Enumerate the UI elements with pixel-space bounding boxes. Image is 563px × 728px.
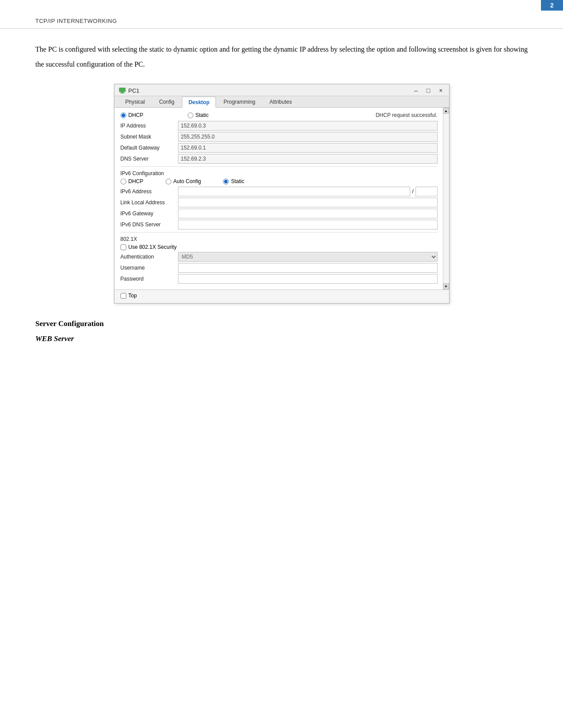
maximize-button[interactable]: □ [425, 87, 432, 94]
username-input[interactable] [178, 263, 438, 273]
dhcp-radio-label[interactable]: DHCP [121, 112, 144, 118]
default-gateway-label: Default Gateway [121, 145, 178, 151]
ipv6-static-label: Static [231, 178, 244, 184]
ipv6-dns-input[interactable] [178, 220, 438, 229]
ipv6-gateway-label: IPv6 Gateway [121, 210, 178, 217]
window-tabs: Physical Config Desktop Programming Attr… [114, 96, 449, 108]
use-802-label[interactable]: Use 802.1X Security [121, 244, 438, 250]
ipv6-config-header: IPv6 Configuration [121, 170, 438, 176]
page-number: 2 [541, 0, 563, 11]
ipv6-auto-label: Auto Config [174, 178, 201, 184]
use-802-text: Use 802.1X Security [128, 244, 177, 250]
tab-attributes[interactable]: Attributes [263, 96, 299, 107]
ipv6-static-radio[interactable] [223, 179, 229, 184]
link-local-input[interactable] [178, 198, 438, 207]
scroll-track [443, 114, 449, 283]
window-footer: Top [114, 289, 449, 303]
close-button[interactable]: × [437, 87, 444, 94]
ipv6-slash: / [412, 188, 413, 195]
dhcp-radio[interactable] [121, 113, 126, 118]
scroll-down-button[interactable]: ▼ [443, 283, 449, 289]
ipv6-gateway-input[interactable] [178, 209, 438, 218]
dhcp-label: DHCP [128, 112, 144, 118]
ipv6-dns-row: IPv6 DNS Server [121, 220, 438, 229]
main-content: The PC is configured with selecting the … [0, 42, 563, 343]
ip-address-input[interactable] [178, 121, 438, 131]
tab-programming[interactable]: Programming [217, 96, 262, 107]
dns-server-row: DNS Server [121, 154, 438, 164]
ipv6-auto-radio[interactable] [166, 179, 171, 184]
ipv6-dns-label: IPv6 DNS Server [121, 221, 178, 228]
dns-server-label: DNS Server [121, 156, 178, 162]
static-label: Static [196, 112, 209, 118]
web-server-heading: WEB Server [35, 334, 528, 343]
ipv6-dhcp-radio[interactable] [121, 179, 126, 184]
top-label: Top [128, 293, 137, 299]
divider-1 [121, 166, 438, 167]
use-802-checkbox[interactable] [121, 244, 126, 250]
ipv6-gateway-row: IPv6 Gateway [121, 209, 438, 218]
svg-rect-0 [119, 88, 125, 92]
pc-window: PC1 – □ × Physical Config Desktop Progra… [114, 84, 450, 304]
static-radio-label[interactable]: Static [188, 112, 209, 118]
auth-row: Authentication MD5 [121, 252, 438, 262]
tab-desktop[interactable]: Desktop [182, 97, 216, 108]
username-label: Username [121, 265, 178, 271]
window-title: PC1 [128, 87, 140, 94]
ipv6-prefix-input[interactable] [416, 187, 438, 196]
divider-2 [121, 232, 438, 233]
password-row: Password [121, 274, 438, 284]
ipv6-address-label: IPv6 Address [121, 188, 178, 195]
ipv6-address-input[interactable] [178, 187, 411, 196]
default-gateway-row: Default Gateway [121, 143, 438, 153]
header-title: TCP/IP INTERNETWORKING [35, 18, 117, 24]
static-radio[interactable] [188, 113, 193, 118]
top-checkbox-label[interactable]: Top [121, 293, 443, 299]
ip-address-label: IP Address [121, 123, 178, 129]
default-gateway-input[interactable] [178, 143, 438, 153]
auth-select[interactable]: MD5 [178, 252, 438, 262]
minimize-button[interactable]: – [412, 87, 419, 94]
auth-label: Authentication [121, 254, 178, 260]
ipv4-radio-group: DHCP Static DHCP request successful. [121, 112, 438, 118]
dhcp-status: DHCP request successful. [376, 112, 438, 118]
window-titlebar: PC1 – □ × [114, 84, 449, 96]
tab-config[interactable]: Config [152, 96, 181, 107]
subnet-mask-row: Subnet Mask [121, 132, 438, 142]
body-paragraph: The PC is configured with selecting the … [35, 42, 528, 71]
window-body: DHCP Static DHCP request successful. IP … [114, 108, 449, 289]
tab-physical[interactable]: Physical [119, 96, 152, 107]
server-config-heading: Server Configuration [35, 319, 528, 328]
link-local-row: Link Local Address [121, 198, 438, 207]
scrollbar[interactable]: ▲ ▼ [443, 108, 449, 289]
password-label: Password [121, 276, 178, 282]
ipv6-auto-radio-label[interactable]: Auto Config [166, 178, 201, 184]
dot1x-header: 802.1X [121, 236, 438, 242]
username-row: Username [121, 263, 438, 273]
pc-icon [119, 87, 126, 94]
subnet-mask-label: Subnet Mask [121, 134, 178, 140]
top-checkbox[interactable] [121, 293, 126, 299]
window-controls[interactable]: – □ × [412, 87, 444, 94]
password-input[interactable] [178, 274, 438, 284]
svg-rect-2 [120, 93, 125, 94]
ipv6-address-row: IPv6 Address / [121, 187, 438, 196]
scroll-up-button[interactable]: ▲ [443, 108, 449, 114]
ipv6-dhcp-radio-label[interactable]: DHCP [121, 178, 144, 184]
ipv6-dhcp-label: DHCP [128, 178, 144, 184]
svg-rect-1 [121, 92, 124, 93]
dns-server-input[interactable] [178, 154, 438, 164]
ipv6-static-radio-label[interactable]: Static [223, 178, 244, 184]
ipv6-radio-group: DHCP Auto Config Static [121, 178, 438, 184]
subnet-mask-input[interactable] [178, 132, 438, 142]
link-local-label: Link Local Address [121, 199, 178, 206]
ip-address-row: IP Address [121, 121, 438, 131]
window-title-left: PC1 [119, 87, 140, 94]
page-header: TCP/IP INTERNETWORKING [0, 0, 563, 29]
